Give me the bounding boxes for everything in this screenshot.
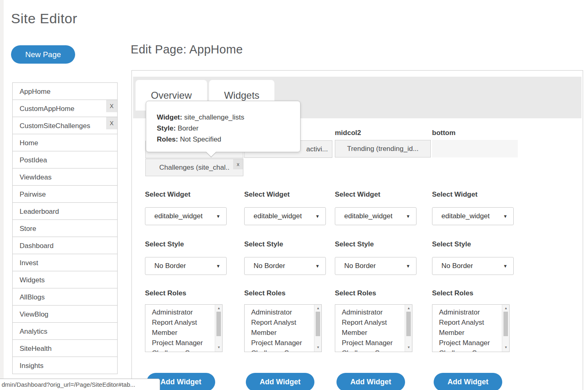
role-option[interactable]: Project Manager <box>432 338 509 348</box>
close-icon[interactable]: X <box>106 100 117 112</box>
tooltip-value: Border <box>178 124 198 132</box>
select-style-label: Select Style <box>335 240 374 248</box>
scrollbar[interactable]: ▲ ▼ <box>314 305 321 352</box>
role-option[interactable]: Challenge Sponsor <box>145 348 222 352</box>
role-option[interactable]: Project Manager <box>335 338 412 348</box>
sidebar-item-viewblog[interactable]: ViewBlog <box>12 305 118 323</box>
sidebar-item-allblogs[interactable]: AllBlogs <box>12 288 118 306</box>
tooltip-label: Roles: <box>157 135 178 143</box>
sidebar-item-invest[interactable]: Invest <box>12 254 118 271</box>
column-header-midcol2: midcol2 <box>335 129 361 137</box>
role-option[interactable]: Project Manager <box>145 338 222 348</box>
page-item-label: Store <box>20 225 36 233</box>
style-select[interactable]: No Border▼ <box>432 257 514 275</box>
widget-select[interactable]: editable_widget▼ <box>244 207 326 225</box>
widget-select[interactable]: editable_widget▼ <box>145 207 227 225</box>
scroll-up-icon[interactable]: ▲ <box>405 306 412 310</box>
sidebar-item-customsitechallenges[interactable]: CustomSiteChallengesX <box>12 117 118 134</box>
scrollbar-thumb[interactable] <box>216 312 221 336</box>
close-icon[interactable]: x <box>233 159 243 169</box>
role-option[interactable]: Report Analyst <box>145 317 222 328</box>
select-roles-label: Select Roles <box>244 289 285 297</box>
widget-select[interactable]: editable_widget▼ <box>335 207 416 225</box>
page-item-label: AllBlogs <box>20 293 45 301</box>
role-option[interactable]: Member <box>245 328 321 338</box>
style-select-value: No Border <box>245 262 285 270</box>
add-widget-button[interactable]: Add Widget <box>336 373 405 390</box>
page-item-label: Insights <box>20 362 44 370</box>
role-option[interactable]: Report Analyst <box>335 317 412 328</box>
scroll-up-icon[interactable]: ▲ <box>215 306 223 310</box>
role-option[interactable]: Challenge Sponsor <box>432 348 509 352</box>
style-select[interactable]: No Border▼ <box>244 257 326 275</box>
sidebar-item-pairwise[interactable]: Pairwise <box>12 185 118 203</box>
role-option[interactable]: Report Analyst <box>245 317 321 328</box>
role-option[interactable]: Challenge Sponsor <box>335 348 412 352</box>
widget-drop-zone[interactable] <box>432 140 518 157</box>
scroll-up-icon[interactable]: ▲ <box>314 306 322 310</box>
sidebar-item-insights[interactable]: Insights <box>12 357 118 374</box>
sidebar-item-store[interactable]: Store <box>12 219 118 237</box>
sidebar-item-analytics[interactable]: Analytics <box>12 322 118 340</box>
roles-listbox[interactable]: Administrator Report Analyst Member Proj… <box>145 304 223 352</box>
select-widget-label: Select Widget <box>335 191 380 199</box>
scrollbar-thumb[interactable] <box>316 312 320 336</box>
close-icon[interactable]: X <box>106 117 117 129</box>
sidebar-item-home[interactable]: Home <box>12 134 118 151</box>
scroll-down-icon[interactable]: ▼ <box>502 346 510 349</box>
style-select[interactable]: No Border▼ <box>145 257 227 275</box>
style-select-value: No Border <box>145 262 186 270</box>
scroll-down-icon[interactable]: ▼ <box>215 346 223 349</box>
sidebar-item-sitehealth[interactable]: SiteHealth <box>12 339 118 357</box>
sidebar-item-leaderboard[interactable]: Leaderboard <box>12 202 118 220</box>
widget-select[interactable]: editable_widget▼ <box>432 207 514 225</box>
page-item-label: AppHome <box>20 88 51 95</box>
tooltip-arrow <box>206 151 216 157</box>
widget-chip-challenges[interactable]: Challenges (site_chal.. x <box>145 159 243 176</box>
scrollbar[interactable]: ▲ ▼ <box>215 305 222 352</box>
sidebar-item-widgets[interactable]: Widgets <box>12 271 118 288</box>
page-list: AppHome CustomAppHomeX CustomSiteChallen… <box>12 83 118 374</box>
role-option[interactable]: Member <box>335 328 412 338</box>
role-option[interactable]: Project Manager <box>245 338 321 348</box>
sidebar-item-dashboard[interactable]: Dashboard <box>12 237 118 254</box>
role-option[interactable]: Member <box>145 328 222 338</box>
widget-chip[interactable]: Trending (trending_id... <box>335 140 431 157</box>
role-option[interactable]: Administrator <box>245 305 321 317</box>
style-select-value: No Border <box>432 262 473 270</box>
scroll-down-icon[interactable]: ▼ <box>314 346 322 349</box>
select-widget-label: Select Widget <box>145 191 190 199</box>
widget-select-value: editable_widget <box>432 212 490 220</box>
role-option[interactable]: Administrator <box>335 305 412 317</box>
scrollbar[interactable]: ▲ ▼ <box>502 305 509 352</box>
widget-select-value: editable_widget <box>335 212 392 220</box>
roles-listbox[interactable]: Administrator Report Analyst Member Proj… <box>432 304 510 352</box>
scrollbar-thumb[interactable] <box>406 312 411 336</box>
add-widget-button[interactable]: Add Widget <box>246 373 314 390</box>
select-style-label: Select Style <box>244 240 283 248</box>
sidebar-item-customapphome[interactable]: CustomAppHomeX <box>12 100 118 117</box>
style-select[interactable]: No Border▼ <box>335 257 416 275</box>
scroll-down-icon[interactable]: ▼ <box>405 346 412 349</box>
page-item-label: CustomSiteChallenges <box>20 122 90 130</box>
scrollbar[interactable]: ▲ ▼ <box>405 305 412 352</box>
edit-page-heading: Edit Page: AppHome <box>131 43 243 56</box>
scroll-up-icon[interactable]: ▲ <box>502 306 510 310</box>
sidebar-item-viewideas[interactable]: ViewIdeas <box>12 168 118 186</box>
new-page-button[interactable]: New Page <box>11 45 75 64</box>
chevron-down-icon: ▼ <box>503 214 508 219</box>
widget-tooltip: Widget: site_challenge_lists Style: Bord… <box>146 101 301 152</box>
role-option[interactable]: Member <box>432 328 509 338</box>
roles-listbox[interactable]: Administrator Report Analyst Member Proj… <box>335 304 412 352</box>
sidebar-item-apphome[interactable]: AppHome <box>12 82 118 100</box>
sidebar-item-postidea[interactable]: PostIdea <box>12 151 118 168</box>
page-item-label: PostIdea <box>20 156 47 164</box>
scrollbar-thumb[interactable] <box>503 312 508 336</box>
role-option[interactable]: Report Analyst <box>432 317 509 328</box>
add-widget-button[interactable]: Add Widget <box>434 373 502 390</box>
role-option[interactable]: Administrator <box>432 305 509 317</box>
role-option[interactable]: Administrator <box>145 305 222 317</box>
roles-listbox[interactable]: Administrator Report Analyst Member Proj… <box>244 304 322 352</box>
role-option[interactable]: Challenge Sponsor <box>245 348 321 352</box>
widget-chip-label: Trending (trending_id... <box>347 145 419 153</box>
